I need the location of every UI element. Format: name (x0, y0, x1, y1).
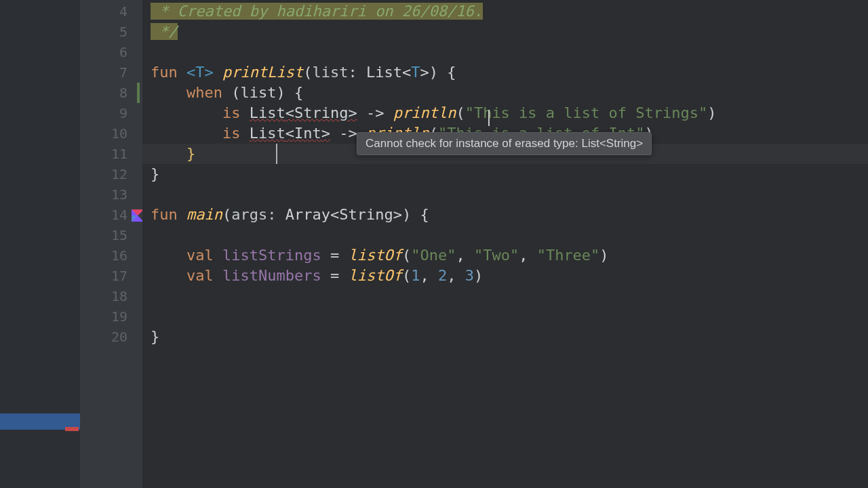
code-line[interactable]: is List<String> -> println("This is a li… (142, 103, 868, 123)
code-line[interactable]: } (142, 164, 868, 184)
line-number[interactable]: 7 (80, 62, 142, 83)
code-line[interactable]: */ (142, 22, 868, 42)
line-number[interactable]: 15 (80, 225, 142, 245)
code-line[interactable]: fun main(args: Array<String>) { (142, 205, 868, 225)
code-line[interactable] (142, 184, 868, 205)
code-line[interactable] (142, 42, 868, 62)
change-marker (137, 83, 140, 103)
code-line[interactable] (142, 306, 868, 327)
line-number[interactable]: 6 (80, 42, 142, 62)
line-number[interactable]: 9 (80, 103, 142, 123)
code-line[interactable]: } (142, 327, 868, 347)
line-number[interactable]: 20 (80, 327, 142, 347)
line-number[interactable]: 14 (80, 205, 142, 225)
tool-window-bar (0, 0, 80, 488)
line-number[interactable]: 11 (80, 144, 142, 164)
code-line[interactable]: * Created by hadihariri on 26/08/16. (142, 1, 868, 22)
caret-line-indicator (276, 144, 277, 164)
text-cursor-icon (488, 110, 490, 126)
code-line[interactable]: val listNumbers = listOf(1, 2, 3) (142, 266, 868, 286)
line-number[interactable]: 12 (80, 164, 142, 184)
line-number[interactable]: 17 (80, 266, 142, 286)
line-number[interactable]: 10 (80, 123, 142, 144)
code-editor[interactable]: * Created by hadihariri on 26/08/16. */ … (142, 0, 868, 488)
code-line[interactable] (142, 286, 868, 306)
line-number[interactable]: 16 (80, 245, 142, 266)
code-line[interactable]: fun <T> printList(list: List<T>) { (142, 62, 868, 83)
code-line[interactable] (142, 225, 868, 245)
line-number[interactable]: 4 (80, 1, 142, 22)
tooltip-text: Cannot check for instance of erased type… (366, 137, 643, 150)
code-line[interactable]: val listStrings = listOf("One", "Two", "… (142, 245, 868, 266)
line-number[interactable]: 5 (80, 22, 142, 42)
error-tooltip: Cannot check for instance of erased type… (357, 132, 652, 155)
error-marker (65, 427, 79, 431)
line-number[interactable]: 13 (80, 184, 142, 205)
code-line[interactable]: when (list) { (142, 83, 868, 103)
line-number[interactable]: 18 (80, 286, 142, 306)
editor-gutter[interactable]: 4 5 6 7 8 9 10 11 12 13 14 15 16 17 18 1… (80, 0, 142, 488)
line-number[interactable]: 8 (80, 83, 142, 103)
line-number[interactable]: 19 (80, 306, 142, 327)
